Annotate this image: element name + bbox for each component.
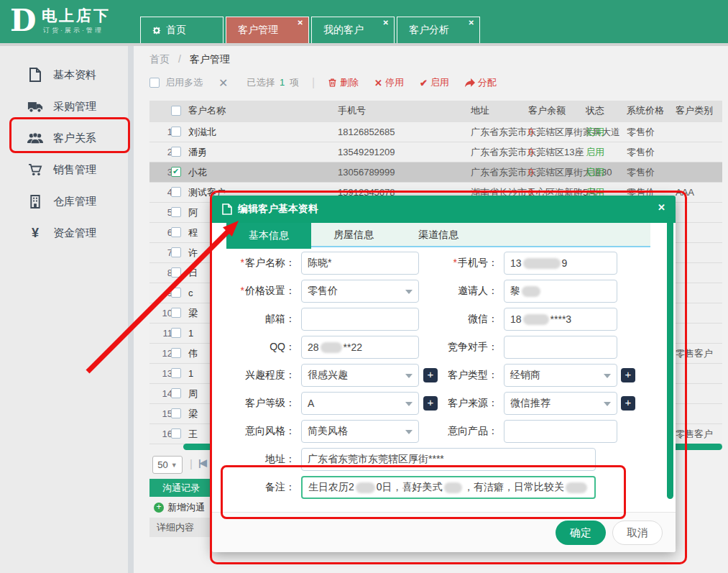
input-意向产品[interactable]	[504, 420, 617, 443]
cell-address: 广东省东莞市东莞辖区13座	[471, 142, 584, 162]
field-label: 竞争对手：	[442, 341, 498, 354]
row-checkbox[interactable]	[171, 328, 181, 338]
tab-close-icon[interactable]: ✕	[469, 19, 474, 27]
breadcrumb-separator: /	[178, 53, 181, 65]
row-checkbox[interactable]	[171, 227, 181, 237]
modal-tab-基本信息[interactable]: 基本信息	[226, 223, 311, 249]
cell-status: 启用	[586, 122, 604, 142]
row-number: 16	[157, 424, 172, 444]
input-竞争对手[interactable]	[504, 336, 617, 359]
row-checkbox[interactable]	[171, 147, 181, 157]
input-备注[interactable]: 生日农历20日，喜好美式，有洁癖，日常比较关	[301, 476, 596, 499]
sidebar-item-销售管理[interactable]: 销售管理	[0, 154, 128, 185]
input-手机号[interactable]: 139	[504, 252, 617, 275]
select-意向风格[interactable]: 简美风格	[301, 420, 419, 443]
header-checkbox[interactable]	[171, 106, 181, 116]
toolbar-divider: |	[312, 76, 315, 89]
tab-客户分析[interactable]: 客户分析✕	[397, 17, 480, 43]
multi-select-checkbox[interactable]	[149, 78, 160, 88]
modal-scrollbar[interactable]	[667, 217, 673, 499]
action-启用[interactable]: ✔启用	[420, 76, 449, 89]
add-option-button[interactable]: +	[423, 368, 438, 382]
add-option-button[interactable]: +	[621, 396, 635, 411]
input-地址[interactable]: 广东省东莞市东莞辖区厚街****	[301, 448, 596, 471]
tab-close-icon[interactable]: ✕	[298, 19, 303, 27]
table-row[interactable]: 2潘勇13549291209广东省东莞市东莞辖区13座0启用零售价	[149, 142, 722, 162]
row-checkbox[interactable]	[171, 308, 181, 318]
tab-close-icon[interactable]: ✕	[383, 19, 389, 27]
select-客户来源[interactable]: 微信推荐	[504, 392, 617, 415]
input-微信[interactable]: 18****3	[504, 308, 617, 331]
row-checkbox[interactable]	[171, 127, 181, 137]
row-checkbox[interactable]	[171, 288, 181, 298]
row-checkbox[interactable]	[171, 247, 181, 257]
breadcrumb: 首页 / 客户管理	[149, 53, 230, 66]
select-兴趣程度[interactable]: 很感兴趣	[301, 364, 419, 387]
select-客户等级[interactable]: A	[301, 392, 419, 415]
column-header: 系统价格	[627, 101, 664, 122]
add-option-button[interactable]: +	[621, 368, 635, 382]
sidebar-item-资金管理[interactable]: ¥资金管理	[0, 217, 128, 249]
input-邮箱[interactable]	[301, 308, 419, 331]
tab-客户管理[interactable]: 客户管理✕	[226, 17, 309, 43]
row-checkbox[interactable]	[171, 408, 181, 418]
sidebar-item-采购管理[interactable]: 采购管理	[0, 91, 128, 122]
field-value-text: 28	[308, 341, 319, 353]
action-删除[interactable]: 删除	[328, 76, 359, 89]
field-label: 邀请人：	[442, 285, 498, 298]
row-checkbox[interactable]	[171, 267, 181, 278]
action-分配[interactable]: 分配	[465, 76, 497, 89]
sidebar-scrollbar[interactable]	[128, 46, 134, 573]
sidebar-item-仓库管理[interactable]: 仓库管理	[0, 185, 128, 217]
file-icon	[26, 68, 45, 82]
row-checkbox[interactable]	[171, 167, 181, 177]
row-checkbox[interactable]	[171, 428, 181, 439]
tab-首页[interactable]: 首页	[140, 17, 224, 43]
page-size-select[interactable]: 50 ▼	[152, 456, 183, 474]
row-checkbox[interactable]	[171, 207, 181, 217]
modal-tab-房屋信息[interactable]: 房屋信息	[311, 223, 396, 247]
row-checkbox[interactable]	[171, 348, 181, 358]
cell-name: 小花	[188, 162, 207, 182]
top-header: D 电上店下 订货·展示·管理 首页客户管理✕我的客户✕客户分析✕	[0, 0, 728, 43]
modal-close-icon[interactable]: ✕	[658, 202, 665, 213]
field-label-text: 客户等级：	[245, 397, 295, 408]
field-label-text: 意向风格：	[245, 425, 295, 436]
sidebar-item-基本资料[interactable]: 基本资料	[0, 59, 128, 91]
input-客户名称[interactable]: 陈晓*	[301, 252, 419, 275]
breadcrumb-home[interactable]: 首页	[149, 53, 170, 65]
row-checkbox[interactable]	[171, 187, 181, 197]
clear-selection-icon[interactable]: ✕	[218, 76, 228, 90]
add-communication-button[interactable]: + 新增沟通	[154, 501, 205, 514]
share-icon	[465, 78, 475, 88]
input-QQ[interactable]: 28**22	[301, 336, 419, 359]
field-label-text: QQ：	[269, 341, 295, 352]
field-label: 意向产品：	[442, 425, 498, 438]
select-价格设置[interactable]: 零售价	[301, 280, 419, 303]
confirm-button[interactable]: 确定	[556, 521, 606, 545]
table-row[interactable]: 3小花13056789999广东省东莞市东莞辖区厚街大道300启用零售价	[149, 162, 722, 183]
input-邀请人[interactable]: 黎	[504, 280, 617, 303]
tab-我的客户[interactable]: 我的客户✕	[311, 17, 395, 43]
tab-communication-record[interactable]: 沟通记录	[149, 479, 213, 497]
select-客户类型[interactable]: 经销商	[504, 364, 617, 387]
field-value-text: 陈晓*	[308, 257, 331, 270]
modal-tab-渠道信息[interactable]: 渠道信息	[396, 223, 481, 247]
row-checkbox[interactable]	[171, 388, 181, 398]
row-checkbox[interactable]	[171, 368, 181, 378]
add-option-button[interactable]: +	[423, 396, 438, 411]
cell-price: 零售价	[627, 122, 655, 142]
table-row[interactable]: 1刘滋北18126852685广东省东莞市东莞辖区厚街家具大道0启用零售价	[149, 122, 722, 142]
sidebar-item-客户关系[interactable]: 客户关系	[0, 122, 128, 154]
field-label-text: 兴趣程度：	[245, 369, 295, 380]
plus-slot: +	[419, 396, 442, 411]
first-page-button[interactable]: |◀	[198, 457, 206, 468]
action-停用[interactable]: ✕停用	[374, 76, 404, 89]
cancel-button[interactable]: 取消	[612, 521, 663, 545]
field-value-text: ，有洁癖，日常比较关	[464, 481, 564, 494]
modal-tab-bar: 基本信息房屋信息渠道信息	[226, 223, 650, 247]
column-header: 手机号	[338, 101, 366, 122]
field-label-text: 意向产品：	[448, 425, 498, 436]
field-label-text: 备注：	[265, 481, 295, 492]
cell-phone: 13549291209	[338, 142, 395, 162]
